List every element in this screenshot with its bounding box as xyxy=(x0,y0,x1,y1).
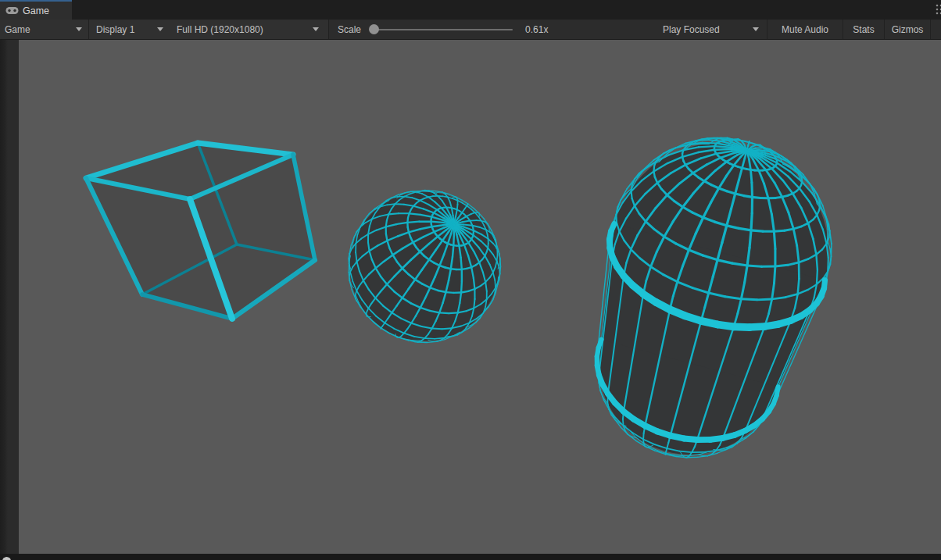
viewport-canvas xyxy=(19,40,941,554)
display-dropdown[interactable]: Display 1 xyxy=(89,20,170,39)
chevron-down-icon xyxy=(157,27,163,31)
play-focused-dropdown[interactable]: Play Focused xyxy=(656,20,767,39)
chevron-down-icon xyxy=(76,27,82,31)
slider-track xyxy=(374,29,513,31)
game-viewport[interactable] xyxy=(19,40,941,554)
status-dot-icon xyxy=(2,557,11,560)
chevron-down-icon xyxy=(313,27,319,31)
gamepad-icon xyxy=(5,5,19,16)
game-view-mode-dropdown[interactable]: Game xyxy=(0,20,88,39)
resolution-dropdown[interactable]: Full HD (1920x1080) xyxy=(170,20,328,39)
window-left-edge xyxy=(0,40,19,554)
scale-label: Scale xyxy=(338,24,361,35)
game-tab[interactable]: Game xyxy=(0,0,72,20)
status-bar xyxy=(0,554,941,560)
tab-label: Game xyxy=(23,5,49,16)
scale-slider[interactable] xyxy=(367,20,516,40)
stats-button[interactable]: Stats xyxy=(843,20,884,39)
chevron-down-icon xyxy=(753,27,759,31)
tab-bar: Game xyxy=(0,0,941,20)
slider-knob[interactable] xyxy=(369,24,379,34)
toolbar-right-cluster: Play Focused Mute Audio Stats Gizmos xyxy=(656,20,941,39)
mute-audio-button[interactable]: Mute Audio xyxy=(767,20,843,39)
game-view-toolbar: Game Display 1 Full HD (1920x1080) Scale… xyxy=(0,20,941,40)
scale-group: Scale 0.61x xyxy=(329,20,656,39)
toolbar-end-spacer xyxy=(931,20,941,39)
kebab-menu-icon[interactable] xyxy=(935,3,941,16)
scale-value: 0.61x xyxy=(525,24,548,35)
gizmos-button[interactable]: Gizmos xyxy=(885,20,930,39)
